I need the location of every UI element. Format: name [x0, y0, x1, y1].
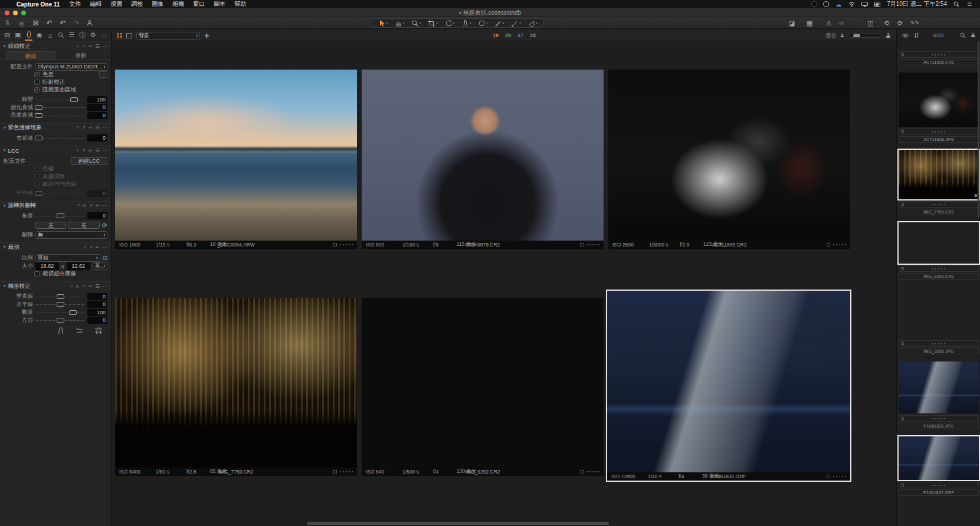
collapse-chevron-icon[interactable]: ▾ [4, 44, 6, 48]
flip-select[interactable]: 無 ▴▾ [35, 231, 107, 239]
detach-icon[interactable]: ↗ [81, 125, 86, 130]
pick-checkbox[interactable] [827, 475, 830, 478]
menu-image[interactable]: 圖像 [152, 0, 163, 8]
detach-icon[interactable]: ↗ [81, 284, 86, 289]
color-tab-wheel-icon[interactable]: ◉ [36, 30, 43, 41]
batch-tab-icon[interactable]: ∴ [100, 30, 107, 41]
rating-dots[interactable] [833, 476, 846, 477]
help-icon[interactable]: ? [70, 284, 73, 289]
details-tab-magnifier-icon[interactable] [57, 30, 64, 41]
more-icon[interactable]: ⋯ [103, 203, 107, 208]
keystone-full-tool-icon[interactable] [94, 327, 103, 334]
import-images-icon[interactable]: ⇩ [5, 19, 11, 27]
exposure-tab-icon[interactable]: ⌂ [47, 30, 54, 41]
purple-fringing-header[interactable]: ▾ 紫色邊緣現象 ?↗↩☰⋯ [0, 123, 111, 132]
rating-dots[interactable] [586, 244, 599, 245]
diffraction-correction-checkbox[interactable] [34, 80, 40, 85]
count-blue[interactable]: 47 [517, 32, 523, 38]
menu-scripts[interactable]: 腳本 [214, 0, 225, 8]
pointer-tool[interactable]: ▾ [378, 19, 388, 27]
uniform-light-value[interactable]: 0 [87, 190, 107, 197]
filmstrip-item[interactable]: IMG_9292.JPG [899, 287, 979, 354]
rating-dots[interactable] [340, 471, 353, 472]
grid-overlay-icon[interactable]: ▦ [807, 17, 812, 29]
library-tab-folder-icon[interactable]: ▤ [4, 30, 11, 41]
rotate-left-button[interactable]: 左 [35, 222, 66, 229]
sharpness-falloff-slider[interactable] [36, 105, 84, 110]
rating-dots[interactable] [899, 204, 978, 205]
rating-dots[interactable] [340, 244, 353, 245]
auto-icon[interactable]: A [83, 203, 86, 208]
presets-icon[interactable]: ☰ [96, 148, 100, 153]
rotate-tool[interactable]: ▾ [445, 19, 455, 27]
reset-icon[interactable]: ↩ [89, 148, 93, 153]
color-cast-checkbox[interactable] [34, 166, 40, 172]
grid-cell-ac711836[interactable]: ISO 2500 1/8000 s f/2.8 123 毫米 AC711836.… [608, 70, 850, 249]
filmstrip-item-selected[interactable]: IMG_9292.CR2 [899, 222, 979, 280]
crop-header[interactable]: ▾ 裁切 ?↗↩⋯ [0, 242, 111, 251]
reset-adjustments-icon[interactable]: ⟲ [884, 17, 889, 29]
draw-mask-tool[interactable]: ▾ [494, 19, 504, 27]
spotlight-search-icon[interactable] [953, 1, 960, 8]
tab-lens[interactable]: 鏡頭 [6, 51, 55, 60]
defringe-slider[interactable] [36, 136, 84, 140]
photo-portrait-woman[interactable] [362, 70, 604, 241]
pick-checkbox[interactable] [827, 243, 830, 246]
grid-cell-0t0a9879[interactable]: ISO 800 1/160 s f/8 115 毫米 0T0A9879.CR2 [362, 70, 604, 249]
sidecar-list-icon[interactable] [874, 1, 881, 8]
tab-movement[interactable]: 移動 [57, 51, 105, 60]
pick-checkbox[interactable] [333, 243, 337, 246]
browser-panel-toggle-icon[interactable]: ◫ [867, 17, 873, 29]
filmstrip-item-selected[interactable]: P1061832.ORF [899, 436, 979, 496]
keystone-header[interactable]: ▾ 梯形校正 ?A↗↩☰⋯ [0, 281, 111, 290]
crop-tool[interactable]: ▾ [428, 19, 438, 27]
pick-checkbox[interactable] [580, 470, 584, 474]
reset-icon[interactable]: ↩ [89, 284, 93, 289]
menu-window[interactable]: 窗口 [193, 0, 205, 8]
more-icon[interactable]: ⋯ [103, 148, 107, 153]
keystone-tool[interactable]: ▾ [461, 19, 471, 27]
thumb-dancer-sunset[interactable] [899, 222, 979, 264]
filmstrip-scrollbar[interactable] [978, 41, 979, 218]
horizontal-scrollbar[interactable] [307, 522, 609, 525]
pick-checkbox[interactable] [580, 243, 584, 246]
auto-icon[interactable]: A [76, 284, 78, 289]
photo-beach-sunset[interactable] [115, 70, 357, 241]
distortion-slider[interactable] [36, 97, 84, 102]
menu-bar-clock[interactable]: 7月10日 週二 下午2:54 [887, 0, 947, 8]
chromatic-aberration-checkbox[interactable]: ✓ [34, 72, 40, 77]
help-icon[interactable]: ? [76, 148, 78, 153]
detach-icon[interactable]: ↗ [81, 44, 86, 49]
redo-icon[interactable]: ↷ [74, 19, 80, 27]
hide-distorted-areas-checkbox[interactable]: ✓ [34, 87, 40, 93]
rating-dots[interactable] [586, 471, 599, 472]
undo-icon[interactable]: ↶ [46, 19, 52, 27]
help-icon[interactable]: ? [76, 125, 78, 130]
detach-icon[interactable]: ↗ [89, 245, 93, 250]
presets-icon[interactable]: ☰ [96, 125, 100, 130]
annotate-text-icon[interactable]: A [87, 19, 92, 27]
photo-temple-night[interactable] [607, 291, 850, 472]
grid-cell-p1061832-selected[interactable]: ISO 12800 1/40 s f/4 38 毫米 P1061832.ORF [607, 291, 850, 481]
menu-edit[interactable]: 編輯 [90, 0, 101, 8]
chromatic-options-button[interactable]: ⋯ [99, 71, 107, 78]
help-icon[interactable]: ? [77, 203, 80, 208]
gradient-mask-tool[interactable]: ▾ [528, 19, 538, 27]
angle-value[interactable]: 0 [87, 212, 107, 219]
more-icon[interactable]: ⋯ [103, 125, 107, 130]
copy-apply-styles-icon[interactable]: ✎✎ [910, 17, 919, 29]
metadata-tab-info-icon[interactable]: ⓘ [78, 30, 86, 41]
menu-camera[interactable]: 相機 [172, 0, 184, 8]
defringe-value[interactable]: 0 [87, 134, 107, 142]
thumb-dancer-sunset[interactable] [899, 287, 979, 338]
rotation-flip-header[interactable]: ▾ 旋轉與翻轉 ?A↗↩⋯ [0, 201, 111, 210]
menu-help[interactable]: 幫助 [234, 0, 246, 8]
pan-tool[interactable]: ▾ [395, 19, 405, 27]
more-icon[interactable]: ⋯ [103, 245, 107, 250]
thumbnail-size-slider[interactable] [848, 34, 882, 38]
rating-dots[interactable] [899, 343, 978, 344]
count-orange[interactable]: 19 [493, 32, 499, 38]
rating-dots[interactable] [899, 54, 978, 55]
presets-icon[interactable]: ☰ [96, 44, 100, 49]
reset-icon[interactable]: ↩ [89, 125, 93, 130]
